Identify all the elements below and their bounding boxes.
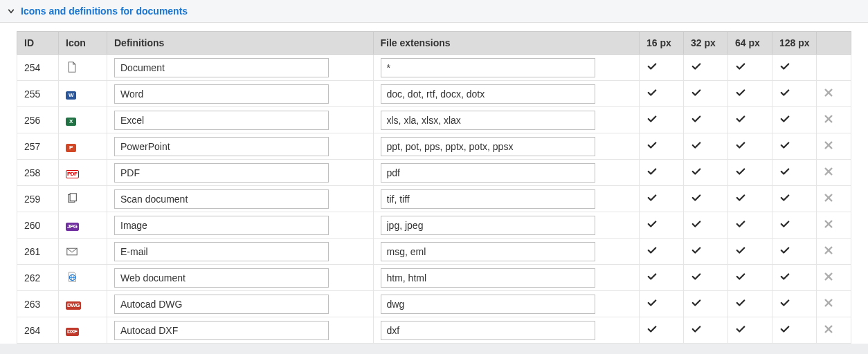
dwg-icon[interactable]: DWG: [66, 298, 81, 309]
check-icon[interactable]: [779, 246, 790, 257]
check-icon[interactable]: [779, 141, 790, 152]
delete-button[interactable]: [824, 140, 833, 150]
table-row: 260JPG: [17, 212, 851, 239]
table-container: ID Icon Definitions File extensions 16 p…: [0, 23, 868, 344]
extensions-input[interactable]: [381, 137, 595, 156]
excel-icon[interactable]: X: [66, 114, 76, 125]
document-icon[interactable]: [66, 64, 78, 75]
check-icon[interactable]: [691, 325, 702, 336]
delete-button[interactable]: [824, 219, 833, 229]
check-icon[interactable]: [647, 88, 658, 100]
delete-cell: [817, 265, 851, 291]
table-row: 254: [17, 55, 851, 81]
email-icon[interactable]: [66, 247, 78, 258]
word-icon[interactable]: W: [66, 88, 76, 99]
delete-button[interactable]: [824, 324, 833, 334]
check-icon[interactable]: [691, 167, 702, 178]
check-icon[interactable]: [647, 246, 658, 257]
extensions-input[interactable]: [381, 163, 595, 183]
definition-input[interactable]: [114, 242, 329, 261]
col-32px: 32 px: [684, 32, 728, 55]
px32-cell: [684, 291, 728, 317]
dxf-icon[interactable]: DXF: [66, 324, 79, 335]
extensions-input[interactable]: [381, 242, 595, 261]
check-icon[interactable]: [779, 299, 790, 310]
check-icon[interactable]: [735, 115, 746, 126]
definition-input[interactable]: [114, 216, 329, 235]
delete-button[interactable]: [824, 193, 833, 203]
extensions-input[interactable]: [381, 189, 595, 209]
definition-input[interactable]: [114, 111, 329, 130]
icon-cell: [59, 239, 107, 265]
check-icon[interactable]: [735, 167, 746, 178]
check-icon[interactable]: [691, 272, 702, 283]
check-icon[interactable]: [735, 88, 746, 100]
check-icon[interactable]: [647, 220, 658, 231]
check-icon[interactable]: [735, 299, 746, 310]
check-icon[interactable]: [735, 220, 746, 231]
definition-input[interactable]: [114, 189, 329, 209]
check-icon[interactable]: [691, 246, 702, 257]
check-icon[interactable]: [647, 141, 658, 152]
extensions-input[interactable]: [381, 58, 595, 77]
definition-input[interactable]: [114, 295, 329, 314]
check-icon[interactable]: [647, 62, 658, 73]
check-icon[interactable]: [647, 272, 658, 283]
pdf-icon[interactable]: PDF: [66, 167, 79, 178]
definition-input[interactable]: [114, 268, 329, 288]
check-icon[interactable]: [735, 194, 746, 205]
check-icon[interactable]: [779, 325, 790, 336]
delete-button[interactable]: [824, 298, 833, 308]
check-icon[interactable]: [647, 325, 658, 336]
check-icon[interactable]: [735, 62, 746, 73]
check-icon[interactable]: [647, 299, 658, 310]
check-icon[interactable]: [779, 167, 790, 178]
extensions-input[interactable]: [381, 321, 595, 340]
col-16px: 16 px: [640, 32, 684, 55]
extensions-input[interactable]: [381, 268, 595, 288]
delete-button[interactable]: [824, 272, 833, 281]
check-icon[interactable]: [691, 220, 702, 231]
definition-input[interactable]: [114, 84, 329, 104]
px16-cell: [640, 265, 684, 291]
extensions-input[interactable]: [381, 84, 595, 104]
powerpoint-icon[interactable]: P: [66, 140, 76, 151]
id-cell: 255: [17, 81, 59, 107]
extensions-input[interactable]: [381, 111, 595, 130]
delete-button[interactable]: [824, 167, 833, 176]
extensions-input[interactable]: [381, 216, 595, 235]
delete-button[interactable]: [824, 114, 833, 124]
check-icon[interactable]: [735, 272, 746, 283]
check-icon[interactable]: [691, 115, 702, 126]
extensions-input[interactable]: [381, 295, 595, 314]
delete-button[interactable]: [824, 88, 833, 97]
check-icon[interactable]: [735, 141, 746, 152]
check-icon[interactable]: [779, 272, 790, 283]
definition-input[interactable]: [114, 137, 329, 156]
check-icon[interactable]: [647, 115, 658, 126]
check-icon[interactable]: [647, 194, 658, 205]
check-icon[interactable]: [691, 194, 702, 205]
check-icon[interactable]: [647, 167, 658, 178]
check-icon[interactable]: [735, 246, 746, 257]
check-icon[interactable]: [735, 325, 746, 336]
definition-input[interactable]: [114, 321, 329, 340]
check-icon[interactable]: [779, 194, 790, 205]
definition-input[interactable]: [114, 163, 329, 183]
web-icon[interactable]: [66, 273, 78, 284]
definition-cell: [107, 160, 374, 186]
check-icon[interactable]: [779, 220, 790, 231]
px64-cell: [728, 265, 772, 291]
check-icon[interactable]: [691, 299, 702, 310]
check-icon[interactable]: [779, 62, 790, 73]
check-icon[interactable]: [779, 115, 790, 126]
check-icon[interactable]: [779, 88, 790, 100]
delete-button[interactable]: [824, 245, 833, 255]
check-icon[interactable]: [691, 141, 702, 152]
check-icon[interactable]: [691, 62, 702, 73]
scan-icon[interactable]: [66, 194, 78, 205]
panel-header[interactable]: Icons and definitions for documents: [0, 0, 868, 22]
definition-input[interactable]: [114, 58, 329, 77]
image-icon[interactable]: JPG: [66, 219, 79, 230]
check-icon[interactable]: [691, 88, 702, 100]
